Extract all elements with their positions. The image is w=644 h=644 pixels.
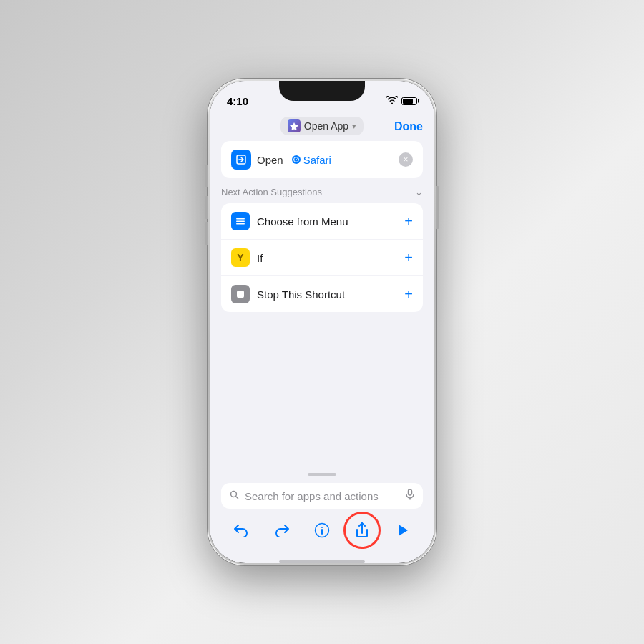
status-time: 4:10 (227, 95, 248, 107)
suggestion-name: If (257, 252, 263, 264)
svg-rect-4 (236, 223, 245, 225)
search-bar-container: Search for apps and actions (210, 477, 434, 514)
suggestion-left: Choose from Menu (231, 212, 348, 230)
svg-rect-2 (236, 218, 245, 220)
add-stop-shortcut-button[interactable]: + (404, 286, 413, 303)
status-icons (386, 96, 417, 106)
open-label: Open (257, 154, 283, 166)
suggestion-item[interactable]: Stop This Shortcut + (221, 276, 423, 312)
screen-content: 4:10 (210, 81, 434, 563)
notch (279, 81, 365, 101)
info-button[interactable] (309, 517, 335, 543)
safari-badge[interactable]: Safari (292, 154, 331, 166)
safari-name: Safari (303, 154, 331, 166)
nav-title: Open App (304, 120, 348, 132)
undo-button[interactable] (228, 517, 254, 543)
open-app-card[interactable]: Open Safari (221, 141, 423, 178)
done-button[interactable]: Done (394, 120, 423, 133)
if-icon: Y (231, 248, 250, 267)
nav-title-pill[interactable]: Open App ▾ (280, 117, 364, 135)
content-spacer (210, 312, 434, 441)
share-button-highlight (343, 512, 381, 549)
suggestion-left: Stop This Shortcut (231, 285, 345, 303)
bottom-toolbar (210, 514, 434, 557)
shortcuts-icon (288, 119, 301, 132)
stop-shortcut-icon (231, 285, 250, 303)
suggestions-title: Next Action Suggestions (221, 187, 322, 197)
open-action-icon (231, 150, 251, 170)
svg-rect-7 (409, 489, 412, 495)
play-button[interactable] (390, 517, 416, 543)
wifi-icon (386, 96, 398, 106)
safari-icon (292, 155, 301, 164)
mic-icon[interactable] (406, 489, 414, 503)
nav-chevron-icon: ▾ (352, 122, 356, 131)
share-button-wrapper (349, 517, 375, 543)
main-content: Open Safari (210, 141, 434, 469)
close-button[interactable]: × (399, 152, 413, 167)
phone-screen: 4:10 (210, 81, 434, 563)
battery-icon (401, 97, 417, 105)
svg-rect-3 (236, 221, 245, 223)
choose-from-menu-icon (231, 212, 250, 230)
redo-button[interactable] (269, 517, 295, 543)
svg-rect-5 (237, 291, 244, 298)
add-choose-from-menu-button[interactable]: + (404, 213, 413, 230)
search-bar[interactable]: Search for apps and actions (221, 483, 423, 509)
battery-fill (403, 99, 413, 104)
close-icon: × (403, 155, 408, 165)
suggestion-left: Y If (231, 248, 263, 267)
scroll-indicator (308, 473, 336, 476)
nav-header: Open App ▾ Done (210, 112, 434, 141)
suggestions-header: Next Action Suggestions ⌄ (221, 187, 423, 197)
suggestion-item[interactable]: Y If + (221, 240, 423, 276)
action-card-left: Open Safari (231, 150, 331, 170)
suggestion-name: Choose from Menu (257, 215, 348, 228)
suggestions-collapse-icon[interactable]: ⌄ (415, 187, 423, 197)
status-bar: 4:10 (210, 81, 434, 112)
suggestion-name: Stop This Shortcut (257, 288, 345, 301)
phone-device: 4:10 (208, 79, 436, 565)
suggestion-item[interactable]: Choose from Menu + (221, 203, 423, 240)
suggestions-list: Choose from Menu + Y If + (221, 203, 423, 312)
home-indicator (279, 560, 365, 563)
search-input[interactable]: Search for apps and actions (245, 490, 400, 502)
add-if-button[interactable]: + (404, 250, 413, 266)
search-icon (230, 490, 239, 502)
svg-point-9 (321, 527, 323, 528)
